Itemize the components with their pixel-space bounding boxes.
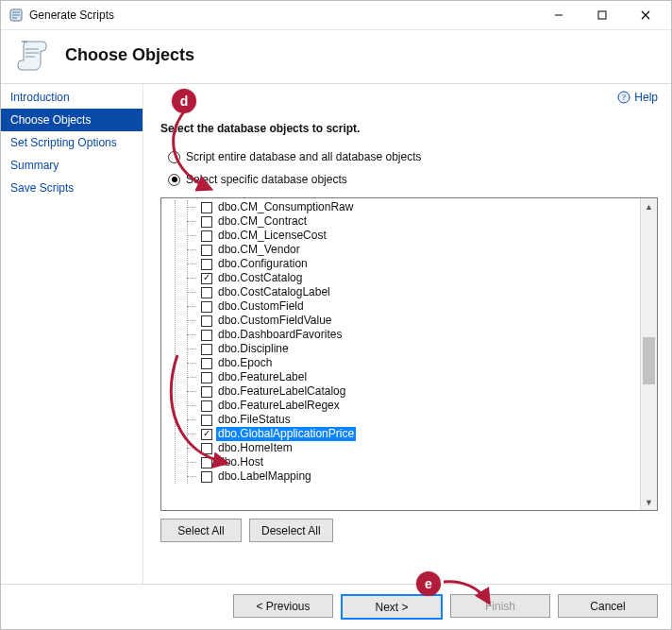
checkbox-icon[interactable] xyxy=(201,245,212,256)
next-button[interactable]: Next > xyxy=(341,594,443,620)
sidebar-item-choose-objects[interactable]: Choose Objects xyxy=(1,109,143,131)
deselect-all-button[interactable]: Deselect All xyxy=(249,519,333,542)
tree-scrollbar[interactable]: ▲ ▼ xyxy=(640,198,657,510)
tree-row[interactable]: dbo.FeatureLabelRegex xyxy=(163,399,640,413)
help-icon: ? xyxy=(617,91,630,104)
wizard-window: Generate Scripts Choose Objects Introduc… xyxy=(0,0,672,630)
tree-row[interactable]: dbo.Epoch xyxy=(163,356,640,370)
checkbox-icon[interactable] xyxy=(201,315,212,327)
scroll-down-icon[interactable]: ▼ xyxy=(641,494,657,510)
tree-item-label: dbo.CostCatalogLabel xyxy=(216,285,332,299)
radio-script-all[interactable]: Script entire database and all database … xyxy=(168,150,658,163)
checkbox-icon[interactable] xyxy=(201,344,212,355)
checkbox-icon[interactable] xyxy=(201,301,212,313)
checkbox-icon[interactable] xyxy=(201,358,212,369)
titlebar: Generate Scripts xyxy=(1,1,671,30)
scroll-up-icon[interactable]: ▲ xyxy=(641,198,657,214)
tree-item-label: dbo.FeatureLabelCatalog xyxy=(216,384,347,399)
radio-icon xyxy=(168,174,180,186)
checkbox-icon[interactable] xyxy=(201,443,212,454)
tree-row[interactable]: dbo.CM_Vendor xyxy=(163,243,640,257)
tree-row[interactable]: dbo.CostCatalogLabel xyxy=(163,285,640,299)
tree-item-label: dbo.CM_LicenseCost xyxy=(216,229,328,243)
tree-row[interactable]: dbo.Discipline xyxy=(163,342,640,356)
tree-item-label: dbo.CM_Vendor xyxy=(216,243,302,257)
checkbox-icon[interactable] xyxy=(201,330,212,341)
scroll-thumb[interactable] xyxy=(643,337,655,384)
wizard-header: Choose Objects xyxy=(1,30,671,84)
radio-script-specific[interactable]: Select specific database objects xyxy=(168,173,658,186)
checkbox-icon[interactable] xyxy=(201,400,212,412)
tree-row[interactable]: dbo.FeatureLabelCatalog xyxy=(163,384,640,399)
checkbox-icon[interactable] xyxy=(201,230,212,242)
sidebar-item-introduction[interactable]: Introduction xyxy=(1,86,143,109)
tree-row[interactable]: dbo.DashboardFavorites xyxy=(163,328,640,342)
wizard-body: IntroductionChoose ObjectsSet Scripting … xyxy=(1,84,671,584)
page-title: Choose Objects xyxy=(65,45,194,65)
tree-row[interactable]: dbo.CM_ConsumptionRaw xyxy=(163,200,640,214)
finish-button: Finish xyxy=(450,594,550,618)
tree-item-label: dbo.LabelMapping xyxy=(216,469,313,484)
script-icon xyxy=(14,36,52,74)
tree-item-label: dbo.DashboardFavorites xyxy=(216,328,344,342)
tree-item-label: dbo.Host xyxy=(216,455,265,469)
tree-row[interactable]: dbo.CustomFieldValue xyxy=(163,314,640,328)
tree-row[interactable]: dbo.Configuration xyxy=(163,257,640,271)
tree-item-label: dbo.CostCatalog xyxy=(216,271,304,285)
app-icon xyxy=(8,8,24,23)
annotation-badge-d: d xyxy=(172,89,196,113)
help-link[interactable]: ? Help xyxy=(617,91,658,104)
tree-row[interactable]: dbo.HomeItem xyxy=(163,441,640,455)
tree-row[interactable]: dbo.GlobalApplicationPrice xyxy=(163,427,640,441)
checkbox-icon[interactable] xyxy=(201,202,212,213)
tree-item-label: dbo.CM_ConsumptionRaw xyxy=(216,200,355,214)
checkbox-icon[interactable] xyxy=(201,471,212,483)
tree-row[interactable]: dbo.LabelMapping xyxy=(163,469,640,484)
tree-item-label: dbo.FileStatus xyxy=(216,413,293,427)
checkbox-icon[interactable] xyxy=(201,457,212,468)
sidebar-item-save-scripts[interactable]: Save Scripts xyxy=(1,177,143,199)
select-all-button[interactable]: Select All xyxy=(160,519,242,542)
svg-rect-1 xyxy=(598,11,606,19)
tree-row[interactable]: dbo.Host xyxy=(163,455,640,469)
tree-row[interactable]: dbo.CM_LicenseCost xyxy=(163,229,640,243)
close-button[interactable] xyxy=(624,1,667,29)
radio-label: Select specific database objects xyxy=(186,173,347,186)
tree-item-label: dbo.HomeItem xyxy=(216,441,294,455)
checkbox-icon[interactable] xyxy=(201,273,212,284)
radio-icon xyxy=(168,151,180,163)
cancel-button[interactable]: Cancel xyxy=(558,594,658,618)
checkbox-icon[interactable] xyxy=(201,386,212,398)
sidebar-item-summary[interactable]: Summary xyxy=(1,154,143,177)
checkbox-icon[interactable] xyxy=(201,372,212,383)
minimize-button[interactable] xyxy=(537,1,580,29)
tree-item-label: dbo.CustomFieldValue xyxy=(216,314,334,328)
checkbox-icon[interactable] xyxy=(201,259,212,270)
tree-row[interactable]: dbo.FileStatus xyxy=(163,413,640,427)
help-label: Help xyxy=(634,91,658,104)
checkbox-icon[interactable] xyxy=(201,415,212,426)
radio-label: Script entire database and all database … xyxy=(186,150,422,163)
window-title: Generate Scripts xyxy=(29,9,114,22)
checkbox-icon[interactable] xyxy=(201,216,212,228)
tree-item-label: dbo.FeatureLabel xyxy=(216,370,309,384)
tree-row[interactable]: dbo.CM_Contract xyxy=(163,214,640,229)
annotation-badge-e: e xyxy=(416,571,441,596)
checkbox-icon[interactable] xyxy=(201,429,212,440)
instruction-text: Select the database objects to script. xyxy=(160,122,658,135)
checkbox-icon[interactable] xyxy=(201,287,212,298)
tree-row[interactable]: dbo.FeatureLabel xyxy=(163,370,640,384)
scroll-track[interactable] xyxy=(641,214,657,494)
wizard-footer: < Previous Next > Finish Cancel xyxy=(1,584,671,629)
tree-viewport[interactable]: dbo.CM_ConsumptionRawdbo.CM_Contractdbo.… xyxy=(161,198,640,510)
sidebar-item-set-scripting-options[interactable]: Set Scripting Options xyxy=(1,131,143,154)
object-tree: dbo.CM_ConsumptionRawdbo.CM_Contractdbo.… xyxy=(160,197,658,511)
wizard-main: ? Help Select the database objects to sc… xyxy=(143,84,671,584)
tree-item-label: dbo.Epoch xyxy=(216,356,274,370)
tree-item-label: dbo.Discipline xyxy=(216,342,291,356)
previous-button[interactable]: < Previous xyxy=(233,594,333,618)
tree-item-label: dbo.FeatureLabelRegex xyxy=(216,399,342,413)
tree-row[interactable]: dbo.CustomField xyxy=(163,299,640,314)
maximize-button[interactable] xyxy=(580,1,624,29)
tree-row[interactable]: dbo.CostCatalog xyxy=(163,271,640,285)
